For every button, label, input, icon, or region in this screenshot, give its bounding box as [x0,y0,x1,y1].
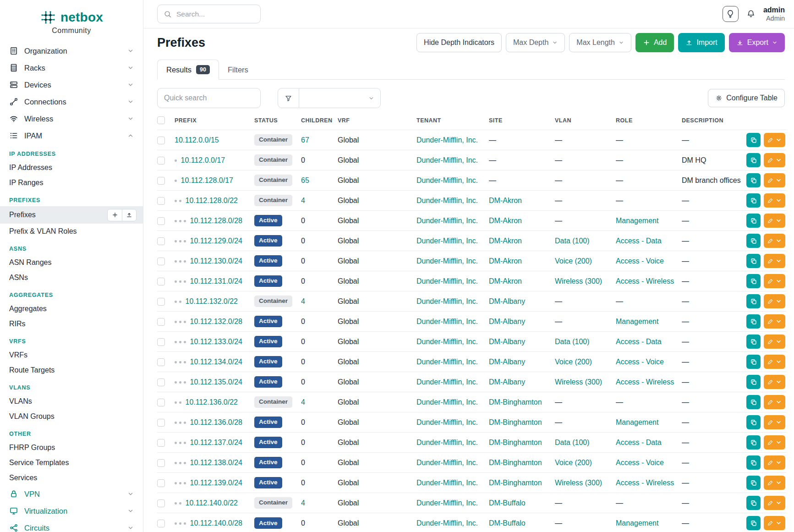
site-link[interactable]: DM-Akron [489,277,522,285]
filter-button[interactable] [278,88,299,108]
clone-button[interactable] [746,496,761,510]
row-checkbox[interactable] [157,177,165,185]
clone-button[interactable] [746,314,761,329]
sidebar-item-prefix-vlan-roles[interactable]: Prefix & VLAN Roles [0,224,143,239]
vlan-link[interactable]: Voice (200) [555,358,592,366]
tenant-link[interactable]: Dunder-Mifflin, Inc. [416,398,478,406]
tenant-link[interactable]: Dunder-Mifflin, Inc. [416,338,478,346]
edit-button[interactable] [764,435,785,450]
tenant-link[interactable]: Dunder-Mifflin, Inc. [416,499,478,507]
vlan-link[interactable]: Wireless (300) [555,378,602,386]
hide-depth-indicators-button[interactable]: Hide Depth Indicators [416,33,502,52]
notifications-button[interactable] [746,9,756,18]
clone-button[interactable] [746,435,761,450]
prefix-link[interactable]: 10.112.137.0/24 [190,439,242,446]
edit-button[interactable] [764,153,785,167]
saved-filter-select[interactable] [299,88,381,108]
vlan-link[interactable]: Data (100) [555,439,590,446]
row-checkbox[interactable] [157,520,165,527]
role-link[interactable]: Management [616,418,658,426]
site-link[interactable]: DM-Akron [489,197,522,204]
site-link[interactable]: DM-Akron [489,237,522,245]
prefix-link[interactable]: 10.112.128.0/17 [181,176,233,184]
sidebar-item-ip-ranges[interactable]: IP Ranges [0,175,143,190]
site-link[interactable]: DM-Binghamton [489,398,542,406]
tenant-link[interactable]: Dunder-Mifflin, Inc. [416,418,478,426]
prefix-link[interactable]: 10.112.136.0/22 [186,398,238,406]
role-link[interactable]: Access - Wireless [616,277,674,285]
row-checkbox[interactable] [157,338,165,346]
sidebar-item-aggregates[interactable]: Aggregates [0,301,143,316]
vlan-link[interactable]: Voice (200) [555,459,592,466]
prefix-link[interactable]: 10.112.131.0/24 [190,277,242,285]
row-checkbox[interactable] [157,298,165,306]
site-link[interactable]: DM-Akron [489,217,522,225]
edit-button[interactable] [764,234,785,248]
sidebar-item-service-templates[interactable]: Service Templates [0,455,143,470]
site-link[interactable]: DM-Albany [489,358,525,366]
children-link[interactable]: 4 [301,297,305,305]
tenant-link[interactable]: Dunder-Mifflin, Inc. [416,197,478,204]
edit-button[interactable] [764,455,785,470]
clone-button[interactable] [746,294,761,308]
tenant-link[interactable]: Dunder-Mifflin, Inc. [416,277,478,285]
site-link[interactable]: DM-Binghamton [489,439,542,446]
clone-button[interactable] [746,476,761,490]
edit-button[interactable] [764,516,785,530]
prefix-link[interactable]: 10.112.128.0/22 [186,197,238,204]
tenant-link[interactable]: Dunder-Mifflin, Inc. [416,439,478,446]
sidebar-item-vlans[interactable]: VLANs [0,394,143,409]
sidebar-item-services[interactable]: Services [0,470,143,485]
edit-button[interactable] [764,415,785,429]
sidebar-item-vpn[interactable]: VPN [0,485,143,502]
role-link[interactable]: Access - Voice [616,257,664,265]
children-link[interactable]: 4 [301,499,305,507]
edit-button[interactable] [764,375,785,389]
sidebar-item-ip-addresses[interactable]: IP Addresses [0,160,143,175]
vlan-link[interactable]: Voice (200) [555,257,592,265]
row-checkbox[interactable] [157,258,165,265]
global-search[interactable] [157,5,261,23]
prefix-link[interactable]: 10.112.138.0/24 [190,459,242,466]
sidebar-item-rirs[interactable]: RIRs [0,316,143,331]
site-link[interactable]: DM-Buffalo [489,499,526,507]
children-link[interactable]: 67 [301,136,309,144]
edit-button[interactable] [764,476,785,490]
clone-button[interactable] [746,214,761,228]
prefix-link[interactable]: 10.112.0.0/17 [181,156,225,164]
tenant-link[interactable]: Dunder-Mifflin, Inc. [416,176,478,184]
sidebar-item-route-targets[interactable]: Route Targets [0,362,143,378]
add-button[interactable]: Add [635,33,674,52]
role-link[interactable]: Access - Data [616,237,662,245]
edit-button[interactable] [764,214,785,228]
tenant-link[interactable]: Dunder-Mifflin, Inc. [416,358,478,366]
row-checkbox[interactable] [157,399,165,406]
sidebar-item-devices[interactable]: Devices [0,76,143,93]
clone-button[interactable] [746,355,761,369]
row-checkbox[interactable] [157,217,165,225]
role-link[interactable]: Access - Data [616,338,662,346]
site-link[interactable]: DM-Binghamton [489,479,542,487]
edit-button[interactable] [764,173,785,187]
tenant-link[interactable]: Dunder-Mifflin, Inc. [416,136,478,144]
tenant-link[interactable]: Dunder-Mifflin, Inc. [416,479,478,487]
search-input[interactable] [176,10,254,18]
site-link[interactable]: DM-Albany [489,297,525,305]
row-checkbox[interactable] [157,237,165,245]
tab-filters[interactable]: Filters [219,60,257,80]
row-checkbox[interactable] [157,378,165,386]
row-checkbox[interactable] [157,278,165,285]
prefix-link[interactable]: 10.112.128.0/28 [190,217,242,225]
role-link[interactable]: Access - Wireless [616,479,674,487]
sidebar-item-vrfs[interactable]: VRFs [0,347,143,362]
tenant-link[interactable]: Dunder-Mifflin, Inc. [416,156,478,164]
clone-button[interactable] [746,274,761,288]
role-link[interactable]: Access - Voice [616,459,664,466]
prefix-link[interactable]: 10.112.130.0/24 [190,257,242,265]
row-checkbox[interactable] [157,479,165,487]
edit-button[interactable] [764,496,785,510]
vlan-link[interactable]: Data (100) [555,338,590,346]
prefix-link[interactable]: 10.112.132.0/22 [186,297,238,305]
prefix-link[interactable]: 10.112.132.0/28 [190,318,242,325]
configure-table-button[interactable]: Configure Table [708,89,785,107]
